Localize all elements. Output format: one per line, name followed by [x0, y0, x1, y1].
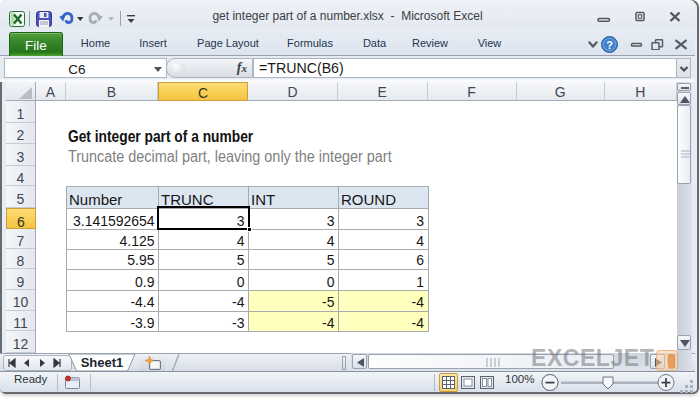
svg-text:?: ?: [606, 39, 613, 51]
